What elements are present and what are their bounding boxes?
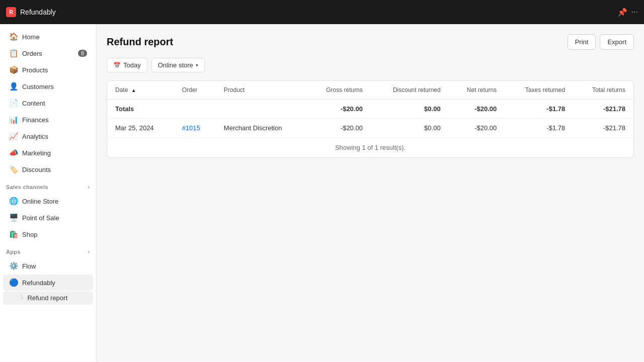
totals-product [216, 100, 306, 119]
sidebar-item-products[interactable]: 📦 Products [3, 62, 93, 78]
sidebar-item-discounts[interactable]: 🏷️ Discounts [3, 161, 93, 177]
today-filter-button[interactable]: 📅 Today [107, 58, 147, 72]
col-header-product: Product [216, 81, 306, 100]
customers-icon: 👤 [9, 82, 18, 91]
calendar-icon: 📅 [113, 62, 121, 69]
sidebar-item-home[interactable]: 🏠 Home [3, 29, 93, 45]
row-taxes-returned: -$1.78 [505, 119, 573, 138]
marketing-icon: 📣 [9, 148, 18, 157]
filters-bar: 📅 Today Online store ▾ [107, 58, 634, 72]
analytics-icon: 📈 [9, 132, 18, 141]
sidebar-item-refundably[interactable]: 🔵 Refundably [3, 275, 93, 291]
totals-row: Totals -$20.00 $0.00 -$20.00 -$1.78 -$21… [107, 100, 633, 119]
totals-gross-returns: -$20.00 [306, 100, 371, 119]
showing-row: Showing 1 of 1 result(s). [107, 138, 633, 158]
apps-expand-icon[interactable]: › [88, 248, 90, 255]
page-header: Refund report Print Export [107, 34, 634, 50]
content-icon: 📄 [9, 99, 18, 108]
refundably-icon: 🔵 [9, 278, 18, 287]
store-filter-button[interactable]: Online store ▾ [151, 58, 205, 72]
col-header-gross-returns: Gross returns [306, 81, 371, 100]
store-dropdown-arrow-icon: ▾ [196, 62, 198, 68]
online-store-icon: 🌐 [9, 197, 18, 206]
topbar-app-name: Refundably [20, 8, 56, 16]
topbar-right: 📌 ··· [617, 8, 638, 17]
row-total-returns: -$21.78 [573, 119, 633, 138]
order-link[interactable]: #1015 [182, 124, 200, 132]
col-header-order: Order [174, 81, 216, 100]
row-net-returns: -$20.00 [449, 119, 505, 138]
page-title: Refund report [107, 36, 173, 48]
row-gross-returns: -$20.00 [306, 119, 371, 138]
point-of-sale-icon: 🖥️ [9, 213, 18, 222]
date-sort-icon[interactable]: ▲ [131, 87, 136, 93]
row-product: Merchant Discretion [216, 119, 306, 138]
sidebar-sub-item-refund-report[interactable]: └ Refund report [3, 291, 93, 305]
products-icon: 📦 [9, 65, 18, 74]
report-table-container: Date ▲ Order Product Gross returns [107, 80, 634, 158]
col-header-net-returns: Net returns [449, 81, 505, 100]
row-date: Mar 25, 2024 [107, 119, 174, 138]
pin-icon[interactable]: 📌 [617, 8, 627, 17]
topbar: R Refundably 📌 ··· [0, 0, 644, 24]
flow-icon: ⚙️ [9, 261, 18, 270]
sidebar-item-finances[interactable]: 📊 Finances [3, 112, 93, 128]
totals-taxes-returned: -$1.78 [505, 100, 573, 119]
totals-total-returns: -$21.78 [573, 100, 633, 119]
col-header-date: Date ▲ [107, 81, 174, 100]
main-content: Refund report Print Export 📅 Today Onlin… [97, 24, 644, 362]
finances-icon: 📊 [9, 115, 18, 124]
sales-channels-expand-icon[interactable]: › [88, 183, 90, 191]
discounts-icon: 🏷️ [9, 165, 18, 174]
export-button[interactable]: Export [600, 34, 634, 50]
sidebar-item-point-of-sale[interactable]: 🖥️ Point of Sale [3, 210, 93, 226]
table-header-row: Date ▲ Order Product Gross returns [107, 81, 633, 100]
sidebar-item-customers[interactable]: 👤 Customers [3, 78, 93, 95]
row-order: #1015 [174, 119, 216, 138]
sidebar-item-shop[interactable]: 🛍️ Shop [3, 226, 93, 242]
sidebar-item-orders[interactable]: 📋 Orders 8 [3, 45, 93, 61]
sidebar-item-analytics[interactable]: 📈 Analytics [3, 128, 93, 144]
sidebar-item-content[interactable]: 📄 Content [3, 95, 93, 111]
col-header-discount-returned: Discount returned [371, 81, 449, 100]
orders-icon: 📋 [9, 49, 18, 58]
more-options-icon[interactable]: ··· [631, 8, 638, 17]
sidebar-item-marketing[interactable]: 📣 Marketing [3, 145, 93, 161]
topbar-left: R Refundably [6, 7, 56, 17]
sidebar: 🏠 Home 📋 Orders 8 📦 Products 👤 Customers… [0, 24, 97, 362]
sidebar-item-flow[interactable]: ⚙️ Flow [3, 258, 93, 274]
report-table: Date ▲ Order Product Gross returns [107, 81, 633, 157]
apps-section: Apps › [0, 243, 96, 257]
print-button[interactable]: Print [568, 34, 596, 50]
totals-discount-returned: $0.00 [371, 100, 449, 119]
home-icon: 🏠 [9, 32, 18, 41]
totals-net-returns: -$20.00 [449, 100, 505, 119]
totals-order [174, 100, 216, 119]
row-discount-returned: $0.00 [371, 119, 449, 138]
col-header-total-returns: Total returns [573, 81, 633, 100]
col-header-taxes-returned: Taxes returned [505, 81, 573, 100]
table-row: Mar 25, 2024 #1015 Merchant Discretion -… [107, 119, 633, 138]
app-logo: R [6, 7, 16, 17]
sub-indent-icon: └ [19, 295, 24, 302]
shop-icon: 🛍️ [9, 230, 18, 239]
sales-channels-section: Sales channels › [0, 178, 96, 193]
orders-badge: 8 [78, 50, 87, 57]
showing-text: Showing 1 of 1 result(s). [107, 138, 633, 158]
totals-label: Totals [107, 100, 174, 119]
sidebar-item-online-store[interactable]: 🌐 Online Store [3, 193, 93, 209]
header-actions: Print Export [568, 34, 634, 50]
